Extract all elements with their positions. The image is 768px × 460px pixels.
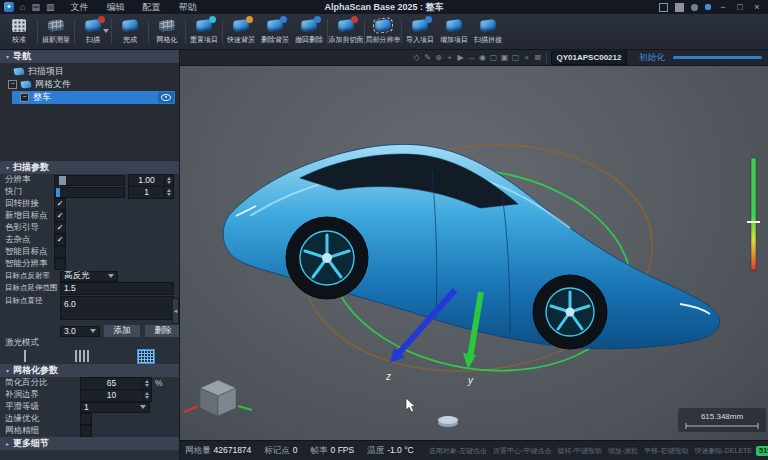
mesh-fine-checkbox[interactable] — [80, 425, 92, 437]
color-guide-checkbox[interactable] — [54, 222, 66, 234]
dimension-overlay: 615.348mm — [678, 408, 766, 432]
laser-single-line-icon[interactable] — [24, 350, 26, 362]
undo-delete-button[interactable]: 撤回删除 — [292, 14, 326, 49]
scale-marker[interactable] — [747, 221, 760, 223]
target-tool-icon[interactable]: ⊕ — [434, 51, 443, 65]
calibrate-button[interactable]: 校准 — [2, 14, 36, 49]
maximize-button[interactable]: □ — [735, 2, 745, 12]
import-project-button[interactable]: 导入项目 — [403, 14, 437, 49]
menu-config[interactable]: 配置 — [142, 1, 160, 14]
tree-item-vehicle[interactable]: − 整车 — [12, 91, 175, 104]
quick-background-icon — [231, 19, 251, 32]
extension-range-input[interactable]: 1.5 — [60, 282, 174, 295]
scan-dropdown-caret-icon[interactable] — [103, 29, 109, 33]
lasso-select-tool-icon[interactable]: ▣ — [500, 51, 509, 65]
spinner-arrows-icon[interactable] — [164, 187, 173, 198]
new-document-icon[interactable]: ▤ — [31, 2, 40, 12]
tree-item-scan-project[interactable]: 扫描项目 — [0, 65, 179, 78]
shutter-spinner[interactable]: 1 — [128, 186, 174, 199]
mesh-params-header[interactable]: ▾ 网格化参数 — [0, 364, 179, 377]
marker-count-value: 0 — [293, 445, 298, 457]
scale-length-label: 615.348mm — [701, 412, 744, 421]
new-targets-checkbox[interactable] — [54, 210, 66, 222]
extension-range-label: 目标点延伸范围 — [5, 283, 57, 293]
delete-background-button[interactable]: 删除背景 — [258, 14, 292, 49]
expander-icon[interactable]: − — [8, 80, 17, 89]
more-details-header[interactable]: ▸ 更多细节 — [0, 437, 179, 450]
delete-selection-tool-icon[interactable]: × — [522, 51, 531, 65]
deselect-tool-icon[interactable]: ▢ — [511, 51, 520, 65]
nav-section-header[interactable]: ▾ 导航 — [0, 50, 179, 63]
expander-icon[interactable]: − — [20, 93, 29, 102]
home-icon[interactable]: ⌂ — [20, 2, 25, 12]
menu-edit[interactable]: 编辑 — [106, 1, 124, 14]
viewport-3d[interactable]: z y — [180, 66, 768, 440]
fps-value: 0 FPS — [331, 445, 355, 457]
play-tool-icon[interactable]: ▶ — [456, 51, 465, 65]
mesh-button[interactable]: 网格化 — [150, 14, 184, 49]
theme-light-swatch[interactable] — [659, 3, 668, 12]
move-tool-icon[interactable]: + — [445, 51, 454, 65]
visibility-toggle[interactable] — [158, 92, 174, 103]
main-toolbar: 校准 摄影测量 扫描 完成 网格化 重置项目 快速 — [0, 14, 768, 50]
add-clipping-plane-button[interactable]: 添加剪切面 — [329, 14, 363, 49]
spinner-arrows-icon[interactable] — [142, 390, 151, 401]
pan-tool-icon[interactable]: ◇ — [412, 51, 421, 65]
rotary-stitch-label: 回转拼接 — [5, 198, 51, 210]
edit-tool-icon[interactable]: ✎ — [423, 51, 432, 65]
accent-orb-icon[interactable] — [705, 4, 711, 10]
smart-targets-checkbox[interactable] — [54, 246, 66, 258]
spinner-arrows-icon[interactable] — [164, 175, 173, 186]
laser-crosshatch-icon[interactable] — [137, 349, 155, 364]
temperature-label: 温度 — [367, 445, 384, 457]
local-resolution-button[interactable]: 局部分辨率 — [366, 14, 400, 49]
photogrammetry-button[interactable]: 摄影测量 — [39, 14, 73, 49]
denoise-checkbox[interactable] — [54, 234, 66, 246]
visibility-tool-icon[interactable]: ◉ — [478, 51, 487, 65]
menu-file[interactable]: 文件 — [70, 1, 88, 14]
simplify-label: 简化百分比 — [5, 377, 77, 389]
select-caret-icon — [108, 274, 114, 278]
menu-help[interactable]: 帮助 — [178, 1, 196, 14]
resolution-slider[interactable] — [54, 175, 125, 186]
denoise-label: 去杂点 — [5, 234, 51, 246]
navigation-cube[interactable] — [184, 380, 252, 416]
quick-background-button[interactable]: 快速背景 — [224, 14, 258, 49]
car-model[interactable] — [223, 144, 720, 349]
target-diameter-list[interactable]: 6.0 — [60, 296, 174, 320]
reflectivity-select[interactable]: 高反光 — [60, 271, 118, 282]
finish-button[interactable]: 完成 — [113, 14, 147, 49]
minimize-button[interactable]: − — [718, 2, 728, 12]
front-wheel — [533, 275, 607, 349]
rect-select-tool-icon[interactable]: ▢ — [489, 51, 498, 65]
add-diameter-button[interactable]: 添加 — [103, 324, 141, 338]
smooth-level-select[interactable]: 1 — [80, 402, 150, 413]
laser-multi-line-icon[interactable] — [75, 350, 89, 362]
diameter-value-select[interactable]: 3.0 — [60, 326, 100, 337]
spinner-arrows-icon[interactable] — [142, 378, 151, 389]
rotary-stitch-checkbox[interactable] — [54, 198, 66, 210]
scan-stitch-button[interactable]: 扫描拼接 — [471, 14, 505, 49]
open-folder-icon[interactable]: ▥ — [46, 2, 55, 12]
tree-item-mesh-file[interactable]: − 网格文件 — [0, 78, 179, 91]
rear-wheel — [286, 217, 368, 299]
project-tree: 扫描项目 − 网格文件 − 整车 — [0, 63, 179, 161]
close-button[interactable]: × — [752, 2, 762, 12]
add-project-button[interactable]: 增加项目 — [437, 14, 471, 49]
theme-dark-swatch[interactable] — [675, 3, 684, 12]
edge-optimize-checkbox[interactable] — [80, 413, 92, 425]
smart-resolution-checkbox[interactable] — [54, 258, 66, 270]
shutter-slider[interactable] — [54, 187, 125, 198]
delete-diameter-button[interactable]: 删除 — [144, 324, 180, 338]
status-orb-icon[interactable] — [691, 4, 698, 11]
device-id-badge: QY01APSC00212 — [551, 51, 627, 65]
hole-fill-spinner[interactable]: 10 — [80, 389, 152, 402]
scan-params-header[interactable]: ▾ 扫描参数 — [0, 161, 179, 174]
collapse-caret-icon: ▸ — [6, 440, 9, 447]
reset-project-button[interactable]: 重置项目 — [187, 14, 221, 49]
invert-selection-tool-icon[interactable]: ⊠ — [533, 51, 542, 65]
scan-button[interactable]: 扫描 — [76, 14, 110, 49]
fit-view-tool-icon[interactable]: ↔ — [467, 51, 476, 65]
collapse-caret-icon: ▾ — [6, 367, 9, 374]
panel-collapse-handle[interactable]: ◂ — [172, 298, 179, 324]
